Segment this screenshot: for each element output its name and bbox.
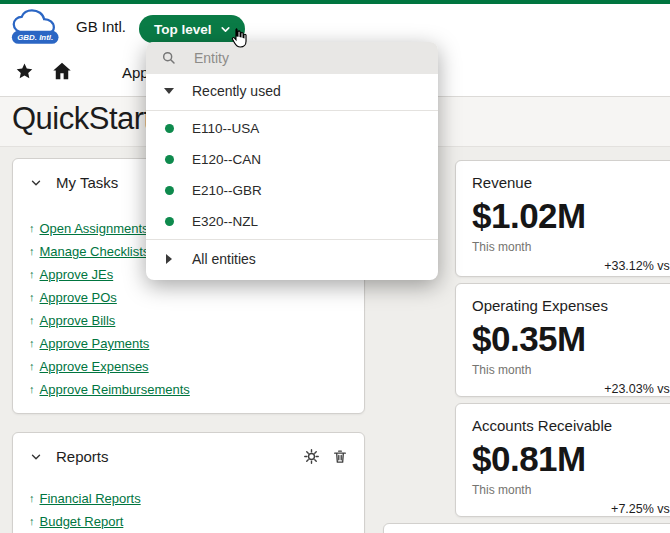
task-link[interactable]: Approve POs <box>40 290 117 305</box>
my-tasks-title: My Tasks <box>56 174 118 191</box>
caret-right-icon <box>166 254 172 264</box>
kpi-card-accounts-receivable: Accounts Receivable $0.81M This month +7… <box>455 403 670 517</box>
entity-option[interactable]: E320--NZL <box>146 206 438 237</box>
link-up-arrow-icon: ↑ <box>29 361 35 372</box>
link-up-arrow-icon: ↑ <box>29 315 35 326</box>
link-up-arrow-icon: ↑ <box>29 246 35 257</box>
link-up-arrow-icon: ↑ <box>29 223 35 234</box>
kpi-title: Accounts Receivable <box>472 417 670 434</box>
entity-selector-label: Top level <box>154 22 212 37</box>
report-link[interactable]: Financial Reports <box>40 491 141 506</box>
entity-selector-button[interactable]: Top level <box>139 15 245 43</box>
kpi-value: $0.35M <box>472 319 670 359</box>
kpi-delta: +33.12% vs. prior period <box>472 259 670 273</box>
entity-search-row <box>146 42 438 74</box>
logo-text: GBD. Intl. <box>17 33 53 42</box>
report-link-item: ↑Budget Report <box>29 510 348 533</box>
kpi-card-revenue: Revenue $1.02M This month +33.12% vs. pr… <box>455 160 670 277</box>
link-up-arrow-icon: ↑ <box>29 384 35 395</box>
entity-option[interactable]: E210--GBR <box>146 175 438 206</box>
task-link-item: ↑Approve Bills <box>29 309 348 332</box>
entity-status-dot <box>165 155 174 164</box>
entity-option-label: E320--NZL <box>192 214 258 229</box>
task-link-item: ↑Approve Payments <box>29 332 348 355</box>
report-link[interactable]: Budget Report <box>40 514 124 529</box>
task-link-item: ↑Approve POs <box>29 286 348 309</box>
company-name: GB Intl. <box>76 18 126 35</box>
kpi-card-operating-expenses: Operating Expenses $0.35M This month +23… <box>455 283 670 397</box>
reports-card: Reports ↑Financial Reports ↑Budget Repor… <box>12 432 365 533</box>
app-window: GBD. Intl. GB Intl. Top level Applicatio… <box>0 0 670 533</box>
entity-option-label: E210--GBR <box>192 183 262 198</box>
collapse-chevron-icon[interactable] <box>29 450 43 464</box>
favorites-star-icon[interactable] <box>15 62 34 84</box>
company-logo-icon: GBD. Intl. <box>10 8 66 52</box>
task-link-item: ↑Approve Expenses <box>29 355 348 378</box>
dropdown-divider <box>146 110 438 111</box>
home-icon[interactable] <box>51 60 73 85</box>
kpi-value: $0.81M <box>472 439 670 479</box>
link-up-arrow-icon: ↑ <box>29 338 35 349</box>
kpi-period: This month <box>472 483 670 497</box>
all-entities-toggle[interactable]: All entities <box>146 242 438 276</box>
link-up-arrow-icon: ↑ <box>29 269 35 280</box>
task-link[interactable]: Approve Bills <box>40 313 116 328</box>
all-entities-label: All entities <box>192 251 256 267</box>
entity-status-dot <box>165 124 174 133</box>
link-up-arrow-icon: ↑ <box>29 516 35 527</box>
kpi-title: Revenue <box>472 174 670 191</box>
task-link-item: ↑Approve Reimbursements <box>29 378 348 401</box>
recently-used-label: Recently used <box>192 83 281 99</box>
task-link[interactable]: Approve Reimbursements <box>40 382 190 397</box>
entity-search-input[interactable] <box>192 49 396 67</box>
task-link[interactable]: Approve Payments <box>40 336 150 351</box>
gear-icon[interactable] <box>303 448 320 465</box>
recently-used-toggle[interactable]: Recently used <box>146 74 438 108</box>
chevron-down-icon <box>219 23 232 36</box>
link-up-arrow-icon: ↑ <box>29 493 35 504</box>
kpi-period: This month <box>472 240 670 254</box>
partial-card <box>383 523 670 533</box>
collapse-chevron-icon[interactable] <box>29 176 43 190</box>
search-icon <box>158 50 180 66</box>
kpi-delta: +7.25% vs. prior period <box>472 502 670 516</box>
page-title: QuickStart <box>12 101 152 137</box>
trash-icon[interactable] <box>332 448 348 465</box>
task-link[interactable]: Open Assignments <box>40 221 149 236</box>
entity-status-dot <box>165 186 174 195</box>
kpi-value: $1.02M <box>472 196 670 236</box>
entity-status-dot <box>165 217 174 226</box>
reports-header: Reports <box>13 433 364 465</box>
link-up-arrow-icon: ↑ <box>29 292 35 303</box>
kpi-delta: +23.03% vs. prior period <box>472 382 670 396</box>
entity-option[interactable]: E120--CAN <box>146 144 438 175</box>
dropdown-divider <box>146 239 438 240</box>
entity-option-label: E110--USA <box>192 121 259 136</box>
caret-down-icon <box>164 88 174 94</box>
entity-option-label: E120--CAN <box>192 152 261 167</box>
entity-option[interactable]: E110--USA <box>146 113 438 144</box>
entity-dropdown: Recently used E110--USA E120--CAN E210--… <box>146 42 438 280</box>
reports-link-list: ↑Financial Reports ↑Budget Report <box>13 487 364 533</box>
reports-actions <box>303 448 348 465</box>
task-link[interactable]: Approve JEs <box>40 267 114 282</box>
task-link[interactable]: Approve Expenses <box>40 359 149 374</box>
report-link-item: ↑Financial Reports <box>29 487 348 510</box>
reports-title: Reports <box>56 448 109 465</box>
kpi-period: This month <box>472 363 670 377</box>
task-link[interactable]: Manage Checklists <box>40 244 150 259</box>
kpi-title: Operating Expenses <box>472 297 670 314</box>
